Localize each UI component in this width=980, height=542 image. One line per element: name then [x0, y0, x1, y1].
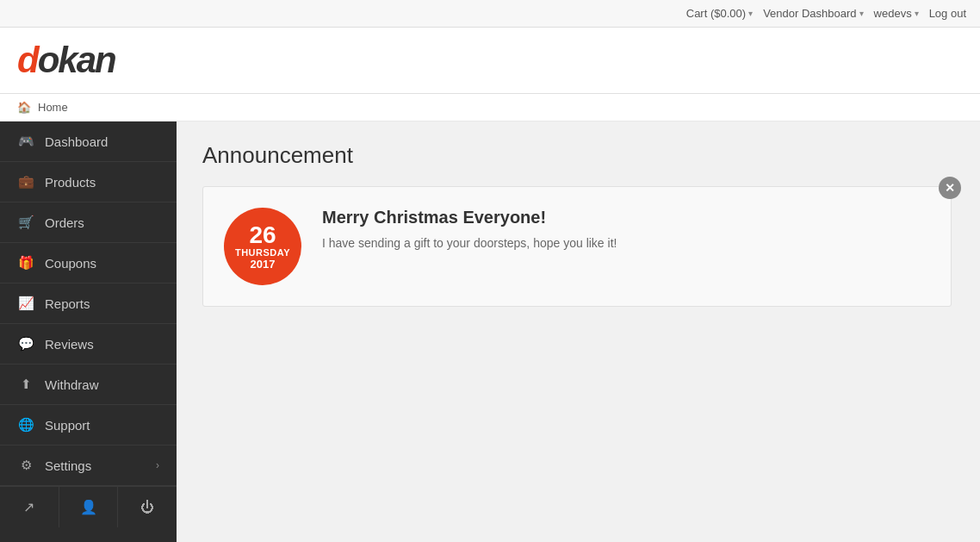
sidebar-label-products: Products: [45, 175, 159, 190]
sidebar-label-support: Support: [45, 418, 159, 433]
sidebar-item-reviews[interactable]: 💬 Reviews: [0, 324, 177, 364]
vendor-dashboard-menu[interactable]: Vendor Dashboard ▾: [763, 7, 863, 20]
products-icon: 💼: [17, 174, 34, 190]
announcement-text: Merry Christmas Everyone! I have sending…: [322, 208, 930, 252]
logout-label: Log out: [929, 7, 966, 20]
sidebar-item-support[interactable]: 🌐 Support: [0, 405, 177, 445]
top-bar: Cart ($0.00) ▾ Vendor Dashboard ▾ wedevs…: [0, 0, 980, 28]
settings-icon: ⚙: [17, 458, 34, 473]
date-circle: 26 THURSDAY 2017: [224, 208, 301, 285]
user-profile-button[interactable]: 👤: [59, 487, 119, 527]
sidebar-bottom: ↗ 👤 ⏻: [0, 486, 177, 527]
announcement-body: I have sending a gift to your doorsteps,…: [322, 234, 930, 252]
power-button[interactable]: ⏻: [118, 487, 177, 527]
sidebar-label-withdraw: Withdraw: [45, 377, 159, 392]
user-menu[interactable]: wedevs ▾: [874, 7, 919, 20]
vendor-chevron-icon: ▾: [859, 9, 864, 18]
user-chevron-icon: ▾: [915, 9, 919, 18]
sidebar-item-products[interactable]: 💼 Products: [0, 162, 177, 202]
external-link-icon: ↗: [23, 499, 34, 515]
support-icon: 🌐: [17, 417, 34, 433]
close-button[interactable]: ✕: [939, 177, 961, 199]
sidebar-item-reports[interactable]: 📈 Reports: [0, 283, 177, 324]
breadcrumb: 🏠 Home: [0, 94, 980, 121]
cart-chevron-icon: ▾: [748, 9, 753, 18]
announcement-title: Merry Christmas Everyone!: [322, 208, 930, 227]
reviews-icon: 💬: [17, 336, 34, 352]
user-icon: 👤: [80, 499, 97, 515]
sidebar-item-orders[interactable]: 🛒 Orders: [0, 202, 177, 243]
date-weekday: THURSDAY: [235, 247, 290, 258]
logout-button[interactable]: Log out: [929, 7, 966, 20]
sidebar-item-coupons[interactable]: 🎁 Coupons: [0, 243, 177, 283]
sidebar-item-settings[interactable]: ⚙ Settings ›: [0, 445, 177, 486]
content-area: Announcement ✕ 26 THURSDAY 2017 Merry Ch…: [177, 121, 980, 542]
date-year: 2017: [251, 258, 276, 271]
withdraw-icon: ⬆: [17, 377, 34, 392]
sidebar-label-settings: Settings: [45, 458, 156, 473]
reports-icon: 📈: [17, 296, 34, 311]
sidebar-item-withdraw[interactable]: ⬆ Withdraw: [0, 364, 177, 405]
dashboard-icon: 🎮: [17, 134, 34, 149]
cart-menu[interactable]: Cart ($0.00) ▾: [686, 7, 753, 20]
home-icon: 🏠: [17, 101, 31, 114]
orders-icon: 🛒: [17, 215, 34, 230]
power-icon: ⏻: [140, 500, 154, 515]
date-day: 26: [249, 223, 276, 247]
cart-label: Cart ($0.00): [686, 7, 746, 20]
sidebar-item-dashboard[interactable]: 🎮 Dashboard: [0, 121, 177, 162]
sidebar-label-reviews: Reviews: [45, 337, 159, 352]
site-header: dokan: [0, 28, 980, 94]
coupons-icon: 🎁: [17, 255, 34, 271]
logo-rest: okan: [38, 40, 115, 80]
sidebar: 🎮 Dashboard 💼 Products 🛒 Orders 🎁 Coupon…: [0, 121, 177, 542]
logo[interactable]: dokan: [17, 40, 115, 81]
main-layout: 🎮 Dashboard 💼 Products 🛒 Orders 🎁 Coupon…: [0, 121, 980, 542]
vendor-dashboard-label: Vendor Dashboard: [763, 7, 856, 20]
breadcrumb-home-link[interactable]: Home: [38, 101, 68, 114]
announcement-card: ✕ 26 THURSDAY 2017 Merry Christmas Every…: [202, 186, 952, 307]
sidebar-label-reports: Reports: [45, 296, 159, 311]
sidebar-label-orders: Orders: [45, 215, 159, 230]
user-label: wedevs: [874, 7, 912, 20]
settings-arrow-icon: ›: [156, 459, 159, 471]
logo-d: d: [17, 40, 38, 80]
external-link-button[interactable]: ↗: [0, 487, 59, 527]
page-title: Announcement: [202, 142, 954, 169]
sidebar-label-dashboard: Dashboard: [45, 134, 159, 149]
sidebar-label-coupons: Coupons: [45, 256, 159, 271]
